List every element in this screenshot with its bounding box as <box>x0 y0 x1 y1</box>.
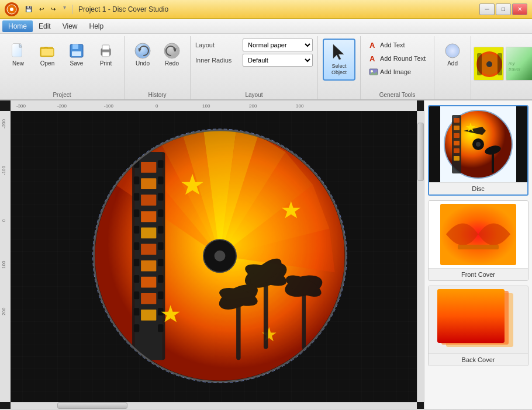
add-round-text-button[interactable]: A Add Round Text <box>365 52 429 65</box>
general-tools-stack: A Add Text A Add Round Text <box>365 39 429 86</box>
svg-rect-88 <box>158 325 163 332</box>
app-logo <box>5 2 19 16</box>
preset-2[interactable]: my travel <box>506 47 532 81</box>
front-cover-thumbnail <box>429 201 528 268</box>
svg-rect-107 <box>302 294 306 349</box>
add-section: Add <box>434 36 471 99</box>
svg-text:100: 100 <box>202 103 210 109</box>
inner-radius-select[interactable]: Default <box>243 54 313 67</box>
svg-rect-37 <box>11 100 417 111</box>
add-text-button[interactable]: A Add Text <box>365 39 429 51</box>
svg-text:200: 200 <box>249 103 257 109</box>
history-buttons: Undo Redo <box>129 39 185 97</box>
quick-access-toolbar: 💾 ↩ ↪ ▾ <box>22 4 66 14</box>
sidebar: Disc <box>424 100 532 409</box>
undo-button[interactable]: Undo <box>129 39 156 70</box>
svg-rect-11 <box>102 52 109 57</box>
undo-icon <box>133 41 152 60</box>
sidebar-back-cover-panel[interactable]: Back Cover <box>428 286 528 366</box>
add-icon <box>443 41 462 60</box>
svg-rect-84 <box>158 259 163 266</box>
add-image-icon <box>369 67 378 77</box>
menu-help[interactable]: Help <box>84 20 110 32</box>
window-controls: ─ □ ✕ <box>479 4 527 15</box>
title-bar-left: 💾 ↩ ↪ ▾ Project 1 - Disc Cover Studio <box>5 2 168 16</box>
menu-view[interactable]: View <box>57 20 84 32</box>
ribbon-group-history: Undo Redo History <box>125 36 191 99</box>
project-buttons: New Open <box>5 39 119 97</box>
add-image-button[interactable]: Add Image <box>365 65 429 78</box>
svg-rect-5 <box>41 48 54 56</box>
svg-rect-96 <box>141 277 156 288</box>
disc-label: Disc <box>429 182 527 194</box>
vertical-scrollbar[interactable] <box>417 111 424 402</box>
minimize-button[interactable]: ─ <box>479 4 495 15</box>
quick-undo-button[interactable]: ↩ <box>36 4 47 14</box>
quick-save-button[interactable]: 💾 <box>22 4 35 14</box>
svg-point-130 <box>476 142 481 147</box>
svg-rect-89 <box>141 162 156 173</box>
svg-rect-90 <box>141 179 156 190</box>
svg-rect-27 <box>477 53 482 75</box>
window-title: Project 1 - Disc Cover Studio <box>78 5 168 13</box>
menu-bar: Home Edit View Help <box>0 19 532 34</box>
svg-rect-103 <box>263 283 267 349</box>
svg-text:300: 300 <box>296 103 304 109</box>
general-tools-group-label: General Tools <box>361 92 434 98</box>
select-object-icon <box>331 43 347 63</box>
new-icon <box>9 41 27 60</box>
svg-rect-97 <box>141 293 156 304</box>
svg-rect-125 <box>454 156 460 161</box>
svg-rect-95 <box>141 260 156 272</box>
menu-home[interactable]: Home <box>2 20 33 32</box>
select-object-button[interactable]: Select Object <box>323 39 355 81</box>
presets-content: my travel Text <box>474 39 532 89</box>
save-button[interactable]: Save <box>63 39 90 70</box>
svg-rect-75 <box>133 291 139 299</box>
print-button[interactable]: Print <box>92 39 119 70</box>
disc-thumbnail <box>429 106 527 182</box>
layout-select[interactable]: Normal paper <box>243 39 313 51</box>
svg-rect-74 <box>133 275 139 283</box>
svg-rect-7 <box>72 44 78 49</box>
svg-rect-77 <box>133 325 139 332</box>
svg-rect-28 <box>498 53 502 75</box>
svg-rect-83 <box>158 242 163 250</box>
redo-button[interactable]: Redo <box>158 39 185 70</box>
quick-redo-button[interactable]: ↪ <box>48 4 58 14</box>
svg-text:A: A <box>369 54 375 63</box>
ruler-top: -300 -200 -100 0 100 200 300 <box>11 100 417 111</box>
canvas-area: -300 -200 -100 0 100 200 300 -200 -100 0… <box>0 100 424 409</box>
svg-text:100: 100 <box>1 260 6 269</box>
svg-rect-126 <box>492 153 494 173</box>
svg-rect-137 <box>437 289 505 343</box>
menu-edit[interactable]: Edit <box>33 20 57 32</box>
sidebar-front-cover-panel[interactable]: Front Cover <box>428 200 528 281</box>
svg-rect-71 <box>133 226 139 234</box>
svg-rect-124 <box>454 148 460 153</box>
disc-artwork-container <box>28 117 411 396</box>
svg-rect-70 <box>133 210 139 217</box>
new-button[interactable]: New <box>5 39 32 70</box>
inner-radius-label: Inner Radius <box>195 57 239 64</box>
inner-radius-row: Inner Radius Default <box>195 54 313 67</box>
svg-rect-69 <box>133 193 139 201</box>
svg-rect-76 <box>133 308 139 316</box>
canvas-content <box>11 111 417 402</box>
svg-point-1 <box>10 8 13 11</box>
maximize-button[interactable]: □ <box>496 4 511 15</box>
horizontal-scrollbar[interactable] <box>11 402 417 409</box>
add-button[interactable]: Add <box>439 39 466 70</box>
svg-text:200: 200 <box>1 307 6 315</box>
preset-1[interactable] <box>474 47 504 81</box>
svg-rect-121 <box>454 126 460 130</box>
open-button[interactable]: Open <box>34 39 61 70</box>
svg-text:-200: -200 <box>57 103 67 109</box>
title-bar: 💾 ↩ ↪ ▾ Project 1 - Disc Cover Studio ─ … <box>0 0 532 19</box>
close-button[interactable]: ✕ <box>512 4 527 15</box>
svg-rect-91 <box>141 195 156 206</box>
svg-rect-85 <box>158 275 163 283</box>
ribbon-group-layout: Layout Normal paper Inner Radius Default… <box>191 36 318 99</box>
svg-rect-93 <box>141 228 156 239</box>
sidebar-disc-panel[interactable]: Disc <box>428 105 528 196</box>
